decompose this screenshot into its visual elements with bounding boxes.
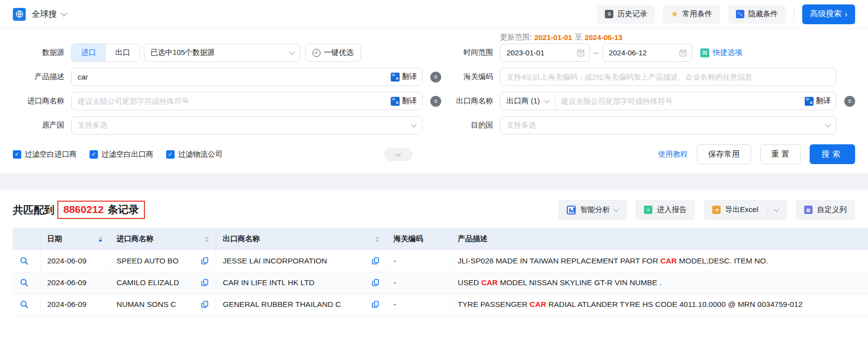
advanced-search-button[interactable]: 高级搜索 › <box>802 4 855 24</box>
export-excel-button[interactable]: ➜ 导出Excel <box>704 200 787 220</box>
product-desc-row: 产品描述 中A 翻译 = <box>13 68 441 86</box>
sort-icon[interactable] <box>375 236 379 242</box>
table-columns-icon: ▦ <box>804 206 813 214</box>
reset-button[interactable]: 重 置 <box>760 144 801 164</box>
product-desc-input[interactable] <box>78 73 387 81</box>
copy-icon[interactable] <box>201 300 209 308</box>
exact-match-icon[interactable]: = <box>844 96 855 107</box>
checkbox-checked-icon: ✓ <box>166 150 175 159</box>
enter-report-button[interactable]: ≡ 进入报告 <box>636 200 695 220</box>
hs-code-cell: - <box>386 272 451 294</box>
search-form: 数据源 进口 出口 已选中105个数据源 ✓ 一键优选 产品描述 中A <box>0 29 868 140</box>
translate-icon: 中A <box>805 97 814 106</box>
hs-code-cell: - <box>386 294 451 315</box>
match-count: 共匹配到 8860212 条记录 <box>13 201 145 219</box>
product-desc-label: 产品描述 <box>13 72 71 82</box>
hide-conditions-button[interactable]: ⤡ 隐藏条件 <box>728 5 786 24</box>
results-header: 共匹配到 8860212 条记录 智能分析 ≡ 进入报告 ➜ 导出Excel ▦… <box>0 190 868 228</box>
translate-button[interactable]: 中A 翻译 <box>801 96 836 106</box>
sort-icon[interactable] <box>98 236 102 242</box>
exporter-column-header[interactable]: 出口商名称 <box>216 228 386 250</box>
section-divider-band <box>0 173 868 190</box>
filter-blank-exporter-checkbox[interactable]: ✓ 过滤空白出口商 <box>90 150 153 159</box>
history-button[interactable]: ≣ 历史记录 <box>597 5 655 24</box>
product-desc-column-header: 产品描述 <box>451 228 868 250</box>
data-source-select[interactable]: 已选中105个数据源 <box>144 43 300 62</box>
exporter-type-select[interactable]: 出口商 (1) <box>501 92 555 110</box>
top-bar: 全球搜 ≣ 历史记录 ★ 常用条件 ⤡ 隐藏条件 高级搜索 › <box>0 0 868 29</box>
copy-icon[interactable] <box>372 300 379 308</box>
translate-button[interactable]: 中A 翻译 <box>387 96 417 106</box>
date-column-header[interactable]: 日期 <box>40 228 109 250</box>
hs-code-input-box <box>500 68 836 86</box>
product-desc-cell: JLI-SP028 MADE IN TAIWAN REPLACEMENT PAR… <box>451 250 868 272</box>
hs-code-input[interactable] <box>506 73 831 81</box>
chevron-down-icon[interactable] <box>774 206 779 212</box>
export-tab[interactable]: 出口 <box>105 44 139 61</box>
origin-country-label: 原产国 <box>13 121 71 130</box>
quick-options-link[interactable]: ⌘ 快捷选项 <box>700 48 742 57</box>
filter-logistics-checkbox[interactable]: ✓ 过滤物流公司 <box>166 150 223 159</box>
importer-column-header[interactable]: 进口商名称 <box>109 228 216 250</box>
detail-search-icon[interactable] <box>20 278 33 287</box>
exporter-cell: CAR IN LIFE INTL HK LTD <box>223 278 315 287</box>
copy-icon[interactable] <box>372 257 379 265</box>
favorite-conditions-button[interactable]: ★ 常用条件 <box>663 5 720 24</box>
detail-search-icon[interactable] <box>20 300 33 309</box>
bi-chart-icon <box>567 206 576 214</box>
data-source-label: 数据源 <box>13 48 71 57</box>
translate-button[interactable]: 中A 翻译 <box>387 72 417 82</box>
form-left-column: 数据源 进口 出口 已选中105个数据源 ✓ 一键优选 产品描述 中A <box>13 31 441 140</box>
tutorial-link[interactable]: 使用教程 <box>658 150 688 159</box>
translate-icon: 中A <box>391 97 400 106</box>
importer-cell: SPEED AUTO BO <box>117 257 179 265</box>
product-desc-input-box: 中A 翻译 <box>71 68 422 86</box>
table-header-row: 日期 进口商名称 出口商名称 海关编码 产品描述 <box>13 228 868 250</box>
smart-analysis-button[interactable]: 智能分析 <box>558 200 627 220</box>
chevron-down-icon <box>411 122 416 127</box>
copy-icon[interactable] <box>201 279 209 287</box>
exporter-cell: JESSE LAI INCORPORATION <box>223 257 327 265</box>
exporter-row: 出口商名称 出口商 (1) 中A 翻译 = <box>441 92 855 110</box>
update-range-end: 2024-06-13 <box>585 33 623 42</box>
start-date-input[interactable]: 2023-01-01 <box>500 43 590 62</box>
import-tab[interactable]: 进口 <box>72 44 105 61</box>
app-switcher-chevron-icon[interactable] <box>61 10 67 16</box>
detail-column-header <box>13 228 40 250</box>
table-row: 2024-06-09 SPEED AUTO BO JESSE LAI INCOR… <box>13 250 868 272</box>
chevron-down-icon <box>289 49 294 54</box>
copy-icon[interactable] <box>201 257 209 265</box>
chevron-down-icon <box>544 97 549 103</box>
form-right-column: 更新范围: 2021-01-01 至 2024-06-13 时间范围 2023-… <box>441 31 855 140</box>
filter-blank-importer-checkbox[interactable]: ✓ 过滤空白进口商 <box>13 150 77 159</box>
one-click-optimize-button[interactable]: ✓ 一键优选 <box>305 43 361 62</box>
importer-input[interactable] <box>78 97 387 105</box>
exact-match-icon[interactable]: = <box>430 72 441 83</box>
chevron-right-icon: › <box>845 10 847 19</box>
update-range-start: 2021-01-01 <box>534 33 572 42</box>
importer-input-box: 中A 翻译 <box>71 92 422 110</box>
exact-match-icon[interactable]: = <box>430 96 441 107</box>
exporter-cell: GENERAL RUBBER THAILAND C <box>223 300 341 309</box>
hs-code-label: 海关编码 <box>441 72 500 82</box>
exporter-input[interactable] <box>555 97 801 105</box>
circle-check-icon: ✓ <box>313 49 320 57</box>
collapse-form-button[interactable] <box>384 148 412 161</box>
translate-icon: 中A <box>391 73 400 82</box>
sort-icon[interactable] <box>205 236 209 242</box>
origin-country-row: 原产国 支持多选 <box>13 116 441 134</box>
app-name: 全球搜 <box>32 8 57 20</box>
dest-country-row: 目的国 支持多选 <box>441 116 855 134</box>
star-icon: ★ <box>671 10 678 18</box>
custom-columns-button[interactable]: ▦ 自定义列 <box>796 200 855 220</box>
copy-icon[interactable] <box>372 279 379 287</box>
detail-search-icon[interactable] <box>20 257 33 265</box>
origin-country-select[interactable]: 支持多选 <box>71 116 422 134</box>
end-date-input[interactable]: 2024-06-12 <box>602 43 692 62</box>
save-conditions-button[interactable]: 保存常用 <box>697 144 751 164</box>
data-source-row: 数据源 进口 出口 已选中105个数据源 ✓ 一键优选 <box>13 43 441 62</box>
dest-country-select[interactable]: 支持多选 <box>500 116 836 134</box>
export-icon: ➜ <box>712 206 721 214</box>
search-button[interactable]: 搜索 <box>810 144 855 164</box>
calendar-icon <box>577 49 585 57</box>
